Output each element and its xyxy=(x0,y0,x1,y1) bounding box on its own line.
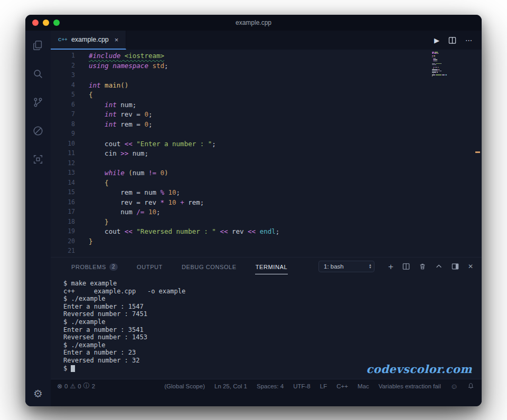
tab-output[interactable]: OUTPUT xyxy=(136,259,163,274)
scope-indicator: (Global Scope) xyxy=(164,383,205,389)
code-line xyxy=(89,247,482,257)
terminal-line: $ ./example xyxy=(63,295,473,303)
terminal-line: $ make example xyxy=(63,280,473,288)
editor-tab-bar: C++ example.cpp × ▶ ⋯ xyxy=(51,31,482,50)
terminal[interactable]: $ make examplec++ example.cpp -o example… xyxy=(51,275,482,379)
language-indicator[interactable]: C++ xyxy=(336,383,348,389)
window-title: example.cpp xyxy=(25,19,482,26)
cpp-file-icon: C++ xyxy=(58,37,68,42)
line-number: 6 xyxy=(51,101,75,111)
watermark: codevscolor.com xyxy=(366,362,472,376)
traffic-lights xyxy=(32,20,60,26)
line-number: 13 xyxy=(51,169,75,179)
tab-close-icon[interactable]: × xyxy=(115,36,119,44)
window-footer xyxy=(51,393,482,406)
minimap[interactable] xyxy=(432,52,458,78)
line-number: 7 xyxy=(51,110,75,120)
line-number: 17 xyxy=(51,208,75,218)
more-actions-icon[interactable]: ⋯ xyxy=(465,37,472,44)
source-control-icon[interactable] xyxy=(32,96,44,109)
code-line xyxy=(89,130,482,140)
maximize-window-button[interactable] xyxy=(53,20,60,26)
line-number: 12 xyxy=(51,159,75,169)
line-number: 10 xyxy=(51,140,75,150)
editor-code[interactable]: #include <iostream>using namespace std;i… xyxy=(89,52,482,257)
code-line: cout << "Enter a number : "; xyxy=(89,140,482,150)
panel-header: PROBLEMS 2 OUTPUT DEBUG CONSOLE TERMINAL… xyxy=(51,257,482,275)
code-line: rev = rev * 10 + rem; xyxy=(89,198,482,208)
feedback-smiley-icon[interactable]: ☺ xyxy=(450,382,458,390)
code-line: } xyxy=(89,237,482,247)
activity-bar: ⚙ xyxy=(25,31,51,406)
code-line xyxy=(89,159,482,169)
terminal-output: $ make examplec++ example.cpp -o example… xyxy=(63,280,473,372)
code-line: while (num != 0) xyxy=(89,169,482,179)
notifications-bell-icon[interactable] xyxy=(467,383,474,389)
maximize-panel-chevron-icon[interactable] xyxy=(435,263,443,270)
terminal-line: Enter a number : 1547 xyxy=(63,303,473,311)
line-number: 14 xyxy=(51,179,75,189)
editor-gutter: 123456789101112131415161718192021 xyxy=(51,52,75,257)
explorer-icon[interactable] xyxy=(32,39,44,52)
run-button[interactable]: ▶ xyxy=(434,37,439,44)
code-editor[interactable]: 123456789101112131415161718192021 #inclu… xyxy=(51,50,482,257)
line-number: 2 xyxy=(51,62,75,72)
tab-problems[interactable]: PROBLEMS 2 xyxy=(71,259,118,274)
code-line: int rev = 0; xyxy=(89,110,482,120)
terminal-line: Enter a number : 3541 xyxy=(63,326,473,334)
problems-status[interactable]: ⊗ 0 ⚠ 0 ⓘ 2 xyxy=(57,381,95,390)
close-panel-icon[interactable]: ✕ xyxy=(468,263,473,270)
line-number: 4 xyxy=(51,81,75,91)
terminal-line: $ ./example xyxy=(63,341,473,349)
line-number: 3 xyxy=(51,71,75,81)
line-number: 1 xyxy=(51,52,75,62)
eol-indicator[interactable]: LF xyxy=(320,383,327,389)
line-number: 8 xyxy=(51,120,75,130)
tab-example-cpp[interactable]: C++ example.cpp × xyxy=(51,31,126,50)
extensions-icon[interactable] xyxy=(32,153,44,166)
code-line: cin >> num; xyxy=(89,149,482,159)
error-icon: ⊗ xyxy=(57,383,62,390)
encoding-indicator[interactable]: UTF-8 xyxy=(293,383,311,389)
new-terminal-icon[interactable]: + xyxy=(388,262,393,271)
line-number: 21 xyxy=(51,247,75,257)
info-icon: ⓘ xyxy=(83,381,90,390)
debug-disabled-icon[interactable] xyxy=(32,125,44,137)
cursor-position[interactable]: Ln 25, Col 1 xyxy=(214,383,247,389)
close-window-button[interactable] xyxy=(32,20,39,26)
tab-debug-console[interactable]: DEBUG CONSOLE xyxy=(181,259,237,274)
code-line: cout << "Reversed number : " << rev << e… xyxy=(89,227,482,237)
line-number: 16 xyxy=(51,198,75,208)
line-number: 18 xyxy=(51,218,75,228)
settings-gear-icon[interactable]: ⚙ xyxy=(33,388,43,399)
kill-terminal-trash-icon[interactable] xyxy=(419,263,426,270)
os-indicator[interactable]: Mac xyxy=(358,383,369,389)
line-number: 5 xyxy=(51,91,75,101)
terminal-line: c++ example.cpp -o example xyxy=(63,288,473,295)
tab-terminal[interactable]: TERMINAL xyxy=(255,259,288,274)
overview-ruler-marker xyxy=(475,151,480,153)
problems-count-badge: 2 xyxy=(109,263,118,271)
toggle-panel-layout-icon[interactable] xyxy=(452,263,459,270)
code-line: num /= 10; xyxy=(89,208,482,218)
minimize-window-button[interactable] xyxy=(43,20,49,26)
code-line xyxy=(89,71,482,81)
terminal-shell-select[interactable]: 1: bash ▲▼ xyxy=(318,261,374,272)
tab-label: example.cpp xyxy=(71,36,109,43)
indentation-indicator[interactable]: Spaces: 4 xyxy=(257,383,284,389)
code-line: #include <iostream> xyxy=(89,52,482,62)
split-terminal-icon[interactable] xyxy=(402,263,410,270)
status-bar: ⊗ 0 ⚠ 0 ⓘ 2 (Global Scope) Ln 25, Col 1 … xyxy=(51,379,482,393)
warning-icon: ⚠ xyxy=(70,383,76,390)
line-number: 15 xyxy=(51,188,75,198)
editor-actions: ▶ ⋯ xyxy=(434,31,482,50)
split-editor-icon[interactable] xyxy=(448,36,456,44)
search-icon[interactable] xyxy=(32,68,44,80)
line-number: 19 xyxy=(51,227,75,237)
code-line: using namespace std; xyxy=(89,62,482,72)
extension-status-message: Variables extraction fail xyxy=(379,383,441,389)
line-number: 9 xyxy=(51,130,75,140)
terminal-line: Reversed number : 1453 xyxy=(63,333,473,341)
terminal-line: $ ./example xyxy=(63,318,473,326)
code-line: int main() xyxy=(89,81,482,91)
